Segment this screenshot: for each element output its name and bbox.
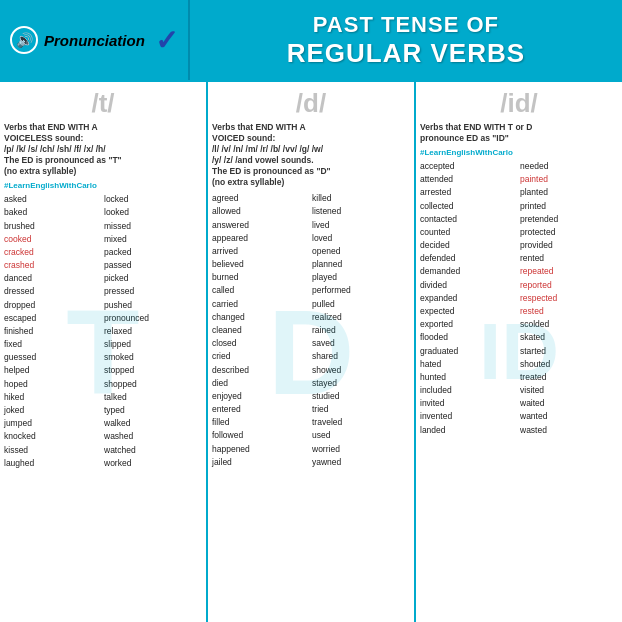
list-item: missed [104,220,202,233]
word-col-d-left: agreed allowed answered appeared arrived… [212,192,310,469]
page-header: 🔊 Pronunciation ✓ PAST TENSE OF REGULAR … [0,0,622,80]
title-box: PAST TENSE OF REGULAR VERBS [190,0,622,80]
list-item: brushed [4,220,102,233]
list-item: planned [312,258,410,271]
pronunciation-label: Pronunciation [44,32,145,49]
list-item: asked [4,193,102,206]
desc-id: Verbs that END WITH T or Dpronounce ED a… [420,122,618,144]
list-item: printed [520,200,618,213]
list-item: graduated [420,345,518,358]
list-item: followed [212,429,310,442]
list-item: allowed [212,205,310,218]
list-item: knocked [4,430,102,443]
list-item: rented [520,252,618,265]
column-id: ID /id/ Verbs that END WITH T or Dpronou… [416,82,622,622]
list-item: described [212,364,310,377]
speaker-icon: 🔊 [10,26,38,54]
list-item: stopped [104,364,202,377]
list-item: answered [212,219,310,232]
list-item: protected [520,226,618,239]
hashtag-t: #LearnEnglishWithCarlo [4,181,202,190]
list-item: demanded [420,265,518,278]
list-item: entered [212,403,310,416]
list-item: wasted [520,424,618,437]
list-item: stayed [312,377,410,390]
list-item: performed [312,284,410,297]
list-item: smoked [104,351,202,364]
list-item: listened [312,205,410,218]
list-item: collected [420,200,518,213]
list-item: planted [520,186,618,199]
list-item: danced [4,272,102,285]
title-line1: PAST TENSE OF [313,12,499,38]
list-item: invited [420,397,518,410]
list-item: showed [312,364,410,377]
list-item: attended [420,173,518,186]
list-item: visited [520,384,618,397]
list-item: used [312,429,410,442]
list-item: crashed [4,259,102,272]
list-item: defended [420,252,518,265]
list-item: opened [312,245,410,258]
list-item: studied [312,390,410,403]
word-col-t-right: locked looked missed mixed packed passed… [104,193,202,470]
list-item: loved [312,232,410,245]
hashtag-id: #LearnEnglishWithCarlo [420,148,618,157]
list-item: called [212,284,310,297]
list-item: cooked [4,233,102,246]
list-item: pronounced [104,312,202,325]
list-item: hoped [4,378,102,391]
list-item: pressed [104,285,202,298]
list-item: wanted [520,410,618,423]
list-item: closed [212,337,310,350]
phoneme-t: /t/ [4,88,202,119]
list-item: repeated [520,265,618,278]
list-item: rested [520,305,618,318]
list-item: contacted [420,213,518,226]
phoneme-id: /id/ [420,88,618,119]
list-item: expected [420,305,518,318]
pronunciation-box: 🔊 Pronunciation ✓ [0,0,190,80]
list-item: expanded [420,292,518,305]
list-item: shouted [520,358,618,371]
list-item: hated [420,358,518,371]
list-item: reported [520,279,618,292]
list-item: respected [520,292,618,305]
list-item: washed [104,430,202,443]
list-item: cracked [4,246,102,259]
list-item: packed [104,246,202,259]
word-col-t-left: asked baked brushed cooked cracked crash… [4,193,102,470]
list-item: walked [104,417,202,430]
list-item: locked [104,193,202,206]
list-item: agreed [212,192,310,205]
list-item: died [212,377,310,390]
list-item: skated [520,331,618,344]
list-item: hiked [4,391,102,404]
list-item: fixed [4,338,102,351]
list-item: dressed [4,285,102,298]
list-item: dropped [4,299,102,312]
list-item: finished [4,325,102,338]
list-item: picked [104,272,202,285]
list-item: helped [4,364,102,377]
list-item: accepted [420,160,518,173]
list-item: flooded [420,331,518,344]
list-item: baked [4,206,102,219]
list-item: shared [312,350,410,363]
list-item: started [520,345,618,358]
word-col-d-right: killed listened lived loved opened plann… [312,192,410,469]
word-col-id-left: accepted attended arrested collected con… [420,160,518,437]
title-line2: REGULAR VERBS [287,38,525,69]
list-item: invented [420,410,518,423]
column-d: D /d/ Verbs that END WITH AVOICED sound:… [208,82,416,622]
list-item: changed [212,311,310,324]
list-item: slipped [104,338,202,351]
list-item: pretended [520,213,618,226]
list-item: worked [104,457,202,470]
list-item: treated [520,371,618,384]
list-item: scolded [520,318,618,331]
list-item: realized [312,311,410,324]
list-item: divided [420,279,518,292]
list-item: laughed [4,457,102,470]
list-item: traveled [312,416,410,429]
